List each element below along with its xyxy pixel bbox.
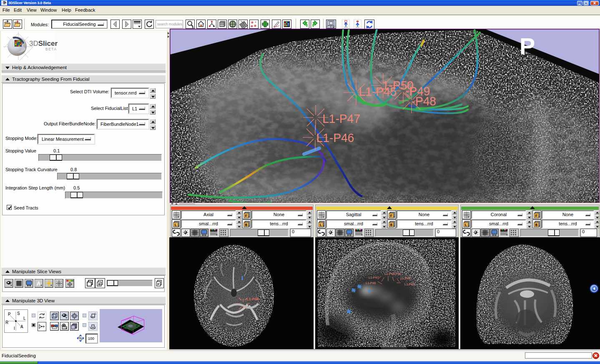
svg-text:L1-P49: L1-P49 — [400, 277, 410, 280]
svg-text:L: L — [175, 223, 177, 227]
svg-text:A: A — [37, 280, 41, 287]
svg-text:L1-P47: L1-P47 — [369, 276, 379, 279]
svg-text:L1-P48: L1-P48 — [246, 297, 259, 301]
svg-text:F: F — [390, 214, 392, 218]
svg-text:R: R — [5, 320, 8, 325]
svg-text:B: B — [535, 223, 538, 227]
svg-text:A: A — [20, 324, 23, 329]
svg-text:L1-P46: L1-P46 — [316, 131, 354, 145]
svg-text:I: I — [14, 326, 15, 331]
svg-text:-P48: -P48 — [412, 95, 436, 108]
svg-text:P: P — [520, 33, 535, 59]
svg-text:%: % — [79, 336, 83, 341]
svg-text:F: F — [158, 282, 160, 286]
svg-text:L1-P45-P50: L1-P45-P50 — [384, 272, 401, 276]
svg-text:L1-P46: L1-P46 — [366, 281, 376, 285]
svg-text:L: L — [23, 316, 26, 321]
svg-text:P: P — [8, 312, 11, 317]
svg-text:F: F — [535, 214, 537, 218]
svg-text:B: B — [390, 223, 393, 227]
svg-text:B: B — [245, 223, 248, 227]
svg-text:S: S — [17, 311, 20, 316]
svg-text:L: L — [320, 223, 322, 227]
svg-text:L1-P48: L1-P48 — [404, 282, 414, 286]
svg-text:B: B — [98, 282, 101, 286]
svg-text:L: L — [465, 223, 467, 227]
svg-text:F: F — [245, 214, 247, 218]
svg-text:L1-P47: L1-P47 — [322, 112, 360, 125]
